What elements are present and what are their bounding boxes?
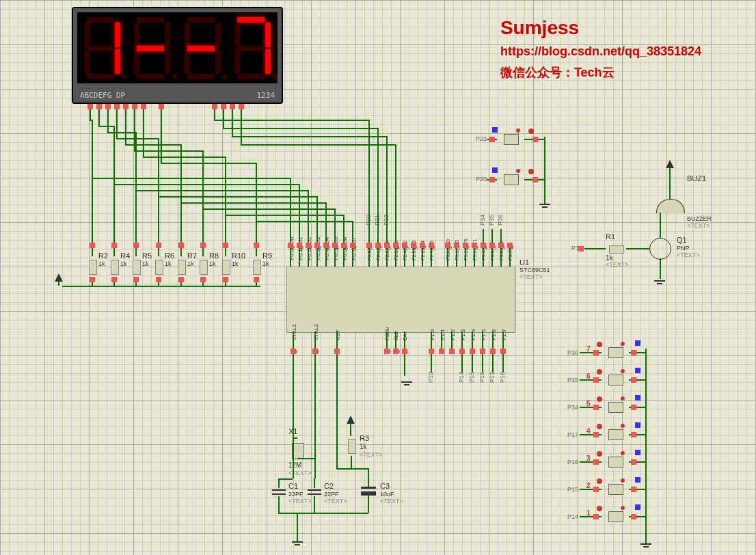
q1-value: PNP — [677, 245, 690, 252]
led-P15 — [597, 478, 602, 484]
r-1-name: R4 — [120, 252, 130, 260]
tag-P17: P17 — [567, 431, 578, 438]
button-P34[interactable] — [602, 402, 629, 411]
r-0-val: 1k — [98, 260, 105, 267]
port-P15-b: P15 — [468, 372, 475, 383]
led-P35 — [597, 369, 602, 375]
r3-text: <TEXT> — [360, 451, 383, 458]
button-P36[interactable] — [602, 347, 629, 357]
r-2-val: 1k — [142, 260, 149, 267]
tag-P15: P15 — [567, 486, 578, 493]
power-buzzer — [666, 160, 674, 168]
c3-value: 10uF — [380, 491, 394, 498]
r-6-val: 1k — [232, 260, 239, 267]
tag-P36: P36 — [567, 349, 578, 356]
port-P16-b: P16 — [478, 372, 485, 383]
resistor-r10[interactable] — [221, 256, 230, 277]
port-P36: P36 — [497, 215, 504, 226]
c1-text: <TEXT> — [288, 498, 312, 504]
resistor-r3[interactable] — [347, 435, 356, 456]
power-rst — [347, 416, 355, 424]
r-0-name: R2 — [98, 252, 108, 260]
led-P22 — [528, 128, 534, 134]
seven-seg-display[interactable]: ABCDEFG DP 1234 — [72, 7, 283, 104]
power-left — [55, 273, 63, 282]
port-P10-b: P10 — [427, 372, 434, 383]
button-P35[interactable] — [602, 375, 629, 384]
r-4-name: R7 — [187, 252, 197, 260]
port-P35: P35 — [488, 215, 495, 226]
button-P22[interactable] — [497, 134, 524, 144]
tag-P35: P35 — [567, 377, 578, 383]
port-P34: P34 — [479, 215, 486, 226]
r3-name: R3 — [360, 434, 369, 442]
c3-name: C3 — [380, 482, 390, 490]
r1-text: <TEXT> — [606, 261, 629, 268]
resistor-r1[interactable] — [606, 244, 626, 254]
r-6-name: R10 — [232, 252, 245, 260]
cap-c3[interactable] — [361, 487, 376, 496]
cap-c2[interactable] — [308, 488, 321, 496]
display-label-right: 1234 — [257, 91, 275, 100]
c1-value: 22PF — [288, 491, 303, 498]
led-P20 — [528, 169, 534, 174]
resistor-r2[interactable] — [87, 256, 97, 277]
buz-value: BUZZER — [687, 215, 712, 222]
port-P18-b: P18 — [499, 372, 506, 383]
c2-text: <TEXT> — [324, 498, 347, 504]
r3-value: 1k — [360, 443, 367, 450]
buz-name: BUZ1 — [687, 174, 706, 182]
resistor-r4[interactable] — [109, 256, 119, 277]
digit-2 — [130, 16, 174, 81]
led-P16 — [597, 451, 602, 457]
r-2-name: R5 — [142, 252, 152, 260]
cap-c1[interactable] — [272, 488, 286, 496]
r-3-name: R6 — [165, 252, 174, 260]
buz-text: <TEXT> — [687, 222, 710, 229]
button-P20[interactable] — [497, 174, 524, 184]
digit-3 — [180, 16, 225, 81]
tag-P22: P22 — [476, 135, 487, 142]
button-P16[interactable] — [602, 457, 629, 466]
x1-value: 12M — [288, 461, 301, 469]
tag-P20: P20 — [476, 176, 487, 182]
led-P34 — [597, 396, 602, 402]
transistor-q1[interactable] — [649, 238, 671, 260]
c3-text: <TEXT> — [380, 498, 403, 504]
r-5-val: 1k — [209, 260, 216, 267]
c2-name: C2 — [324, 482, 334, 490]
button-P14[interactable] — [602, 511, 629, 521]
button-P15[interactable] — [602, 484, 629, 493]
button-P17[interactable] — [602, 429, 629, 439]
watermark: Sumjess https://blog.csdn.net/qq_3835182… — [500, 17, 701, 86]
r-4-val: 1k — [187, 260, 194, 267]
display-label-left: ABCDEFG DP — [80, 91, 125, 100]
r-7-name: R9 — [262, 252, 272, 260]
resistor-r7[interactable] — [176, 256, 186, 277]
q1-name: Q1 — [677, 236, 687, 244]
r1-name: R1 — [606, 232, 615, 241]
tag-P16: P16 — [567, 459, 578, 465]
led-P17 — [597, 424, 602, 429]
watermark-wechat: 微信公众号：Tech云 — [500, 64, 701, 81]
resistor-r9[interactable] — [252, 256, 261, 277]
mcu-chip[interactable] — [286, 267, 515, 333]
r-7-val: 1k — [262, 260, 269, 267]
resistor-r5[interactable] — [131, 256, 141, 277]
tag-P34: P34 — [567, 404, 578, 411]
digit-4 — [230, 16, 275, 81]
c2-value: 22PF — [324, 491, 339, 498]
q1-text: <TEXT> — [677, 252, 700, 258]
resistor-r8[interactable] — [198, 256, 208, 277]
digit-1 — [80, 16, 124, 81]
led-P14 — [597, 506, 602, 511]
port-P14-b: P14 — [458, 372, 465, 383]
r-1-val: 1k — [120, 260, 127, 267]
watermark-title: Sumjess — [500, 17, 701, 39]
r-5-name: R8 — [209, 252, 219, 260]
watermark-url: https://blog.csdn.net/qq_38351824 — [500, 44, 701, 59]
port-P17-b: P17 — [489, 372, 496, 383]
r-3-val: 1k — [165, 260, 172, 267]
chip-part: STC89C51 — [519, 267, 550, 273]
resistor-r6[interactable] — [154, 256, 163, 277]
